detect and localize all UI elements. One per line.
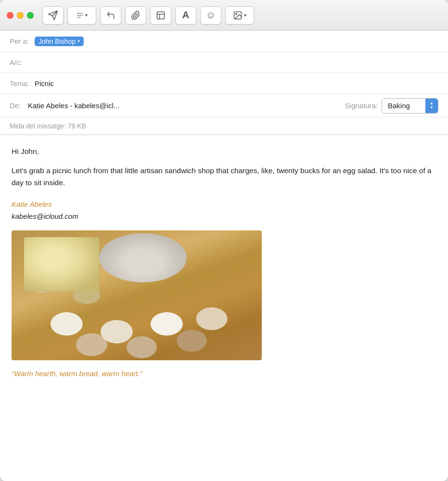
recipient-chevron-icon: ▾ [77,38,80,44]
recipient-name: John Bishop [38,38,76,45]
chevron-down-icon: ▾ [85,13,88,18]
font-icon: A [182,10,189,21]
recipient-tag[interactable]: John Bishop ▾ [35,37,84,46]
subject-field-row[interactable]: Tema: Picnic [0,73,448,94]
mail-compose-window: ▾ A ☺ [0,0,448,481]
attached-image [12,230,262,360]
signature-dropdown[interactable]: Baking ▲ ▼ [382,98,438,114]
email-header: Per a: John Bishop ▾ A/c: Tema: Picnic D… [0,31,448,135]
signature-arrows[interactable]: ▲ ▼ [425,99,438,113]
size-label: Mida del missatge: [10,122,66,130]
send-button[interactable] [42,6,64,25]
from-signature-row: De: Katie Abeles - kabeles@icl... Signat… [0,94,448,117]
body-text: Let's grab a picnic lunch from that litt… [12,165,436,189]
toolbar: ▾ A ☺ [0,0,448,31]
to-field-value[interactable]: John Bishop ▾ [35,37,438,46]
to-label: Per a: [10,37,35,45]
signature-author-email: kabeles@icloud.com [12,211,436,222]
cc-label: A/c: [10,58,35,66]
body-greeting: Hi John, [12,146,436,157]
signature-value: Baking [382,99,425,113]
to-field-row: Per a: John Bishop ▾ [0,31,448,52]
from-label: De: [10,101,28,110]
photo-chevron-icon: ▾ [244,13,246,18]
font-button[interactable]: A [175,6,196,25]
subject-label: Tema: [10,79,35,88]
reply-button[interactable] [100,6,121,25]
svg-rect-5 [157,12,165,19]
signature-author-name: Katie Abeles [12,199,436,210]
annotate-button[interactable] [150,6,171,25]
from-value: Katie Abeles - kabeles@icl... [28,101,345,110]
svg-point-7 [236,13,237,14]
maximize-button[interactable] [27,12,34,19]
attach-button[interactable] [125,6,146,25]
emoji-button[interactable]: ☺ [200,6,221,25]
egg-image-content [12,230,262,360]
up-arrow-icon: ▲ [430,101,434,105]
message-size-row: Mida del missatge: 79 KB [0,117,448,135]
photo-button[interactable]: ▾ [225,6,254,25]
cc-field-row[interactable]: A/c: [0,52,448,73]
size-value: 79 KB [68,122,86,130]
quote-text: “Warm hearth, warm bread, warm heart.” [12,368,436,379]
emoji-icon: ☺ [206,10,216,21]
down-arrow-icon: ▼ [430,106,434,110]
formatting-button[interactable]: ▾ [67,6,96,25]
close-button[interactable] [7,12,13,19]
signature-label: Signatura: [345,101,378,110]
subject-value[interactable]: Picnic [35,79,438,88]
minimize-button[interactable] [17,12,24,19]
email-body[interactable]: Hi John, Let's grab a picnic lunch from … [0,135,448,481]
traffic-lights [7,12,34,19]
